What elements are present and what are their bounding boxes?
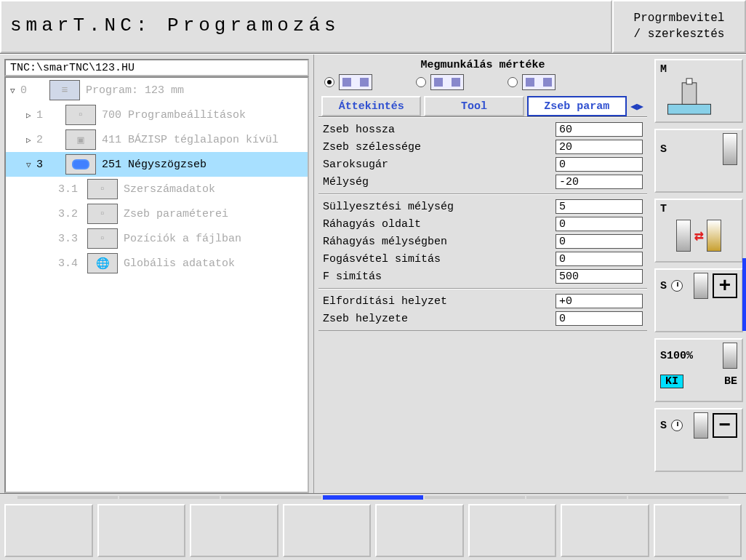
param-input[interactable]	[556, 234, 643, 249]
param-input[interactable]	[556, 311, 643, 326]
mode-line1: Progrmbevitel	[614, 10, 745, 26]
scroll-indicator	[742, 258, 746, 331]
ki-button[interactable]: KI	[660, 375, 683, 388]
svg-rect-1	[682, 83, 697, 104]
tab-pocket-param[interactable]: Zseb param	[527, 96, 627, 116]
toolchange-arrow-icon: ⇄	[694, 226, 703, 246]
param-input[interactable]	[556, 217, 643, 231]
extent-icon-1	[339, 74, 372, 90]
param-input[interactable]	[556, 157, 643, 172]
tree-index: 3.4	[58, 257, 87, 270]
bottom-softkey[interactable]	[283, 504, 372, 557]
param-label: Ráhagyás mélységben	[323, 236, 556, 248]
param-input[interactable]	[556, 294, 643, 308]
param-row: Zseb hossza	[323, 121, 643, 138]
tree-expander-icon[interactable]: ▷	[26, 135, 36, 145]
param-input[interactable]	[556, 199, 643, 214]
tree-item[interactable]: ▷1▫700 Programbeállítások	[6, 103, 308, 127]
page-segment[interactable]	[119, 496, 220, 499]
softkey-t-toolchange[interactable]: T ⇄	[654, 199, 743, 263]
param-label: Mélység	[323, 176, 556, 188]
param-label: Elfordítási helyzet	[323, 295, 556, 308]
softkey-s-minus-label: S	[660, 420, 667, 432]
tree-index: 3.1	[58, 183, 87, 196]
be-label: BE	[724, 375, 737, 388]
param-group: Elfordítási helyzetZseb helyzete	[318, 289, 647, 331]
param-label: Saroksugár	[323, 159, 556, 171]
page-segment[interactable]	[628, 496, 729, 499]
tab-overview[interactable]: Áttekintés	[321, 96, 421, 116]
tree-label: Zseb paraméterei	[124, 208, 228, 220]
prog-icon: ≡	[49, 80, 80, 100]
tool-icon: ▫	[87, 179, 118, 199]
param-input[interactable]	[556, 269, 643, 284]
extent-icon-2	[430, 74, 464, 90]
param-label: Ráhagyás oldalt	[323, 218, 556, 231]
softkey-s-plus[interactable]: S +	[654, 268, 743, 332]
dial-icon-2	[671, 420, 683, 431]
softkey-m-machine[interactable]: M	[654, 59, 743, 123]
param-row: Ráhagyás oldalt	[323, 215, 643, 233]
softkey-s100-label: S100%	[660, 350, 693, 362]
program-tree[interactable]: ▽0≡Program: 123 mm▷1▫700 Programbeállítá…	[4, 76, 309, 493]
bottom-softkey[interactable]	[468, 504, 557, 557]
bottom-softkey-row	[0, 501, 746, 560]
tree-label: 251 Négyszögzseb	[102, 159, 206, 171]
spindle-tool-icon-4	[694, 412, 708, 439]
tree-index: 3	[36, 159, 65, 171]
param-icon: ▫	[87, 204, 118, 224]
rect-icon	[65, 154, 96, 175]
page-segment[interactable]	[526, 496, 627, 499]
bottom-softkey[interactable]	[97, 504, 186, 557]
extent-option-3-radio[interactable]	[508, 77, 518, 87]
bottom-softkey[interactable]	[190, 504, 278, 557]
param-input[interactable]	[556, 175, 643, 189]
tree-item[interactable]: 3.4🌐Globális adatatok	[6, 251, 308, 276]
bottom-softkey[interactable]	[375, 504, 464, 557]
param-row: Süllyesztési mélység	[323, 198, 643, 215]
tree-item[interactable]: ▽3251 Négyszögzseb	[6, 152, 308, 177]
param-row: Mélység	[323, 173, 643, 191]
page-segment[interactable]	[323, 495, 423, 500]
tab-scroll-arrows[interactable]: ◀▶	[630, 100, 644, 113]
tree-expander-icon[interactable]: ▽	[26, 160, 36, 169]
page-segment[interactable]	[17, 496, 118, 499]
param-input[interactable]	[556, 122, 643, 137]
softkey-s-spindle[interactable]: S	[654, 129, 743, 193]
file-path: TNC:\smarTNC\123.HU	[4, 59, 309, 76]
tree-item[interactable]: 3.3▫Pozíciók a fájlban	[6, 226, 308, 251]
tree-expander-icon[interactable]: ▷	[26, 111, 36, 120]
tree-item[interactable]: ▷2▣411 BÁZISP téglalapon kívül	[6, 127, 308, 152]
softkey-s100[interactable]: S100% KI BE	[654, 338, 743, 402]
tree-item[interactable]: 3.2▫Zseb paraméterei	[6, 201, 308, 226]
tree-item[interactable]: 3.1▫Szerszámadatok	[6, 177, 308, 201]
page-segment[interactable]	[425, 496, 525, 499]
param-group: Zseb hosszaZseb szélességeSaroksugárMély…	[318, 117, 647, 194]
bottom-softkey[interactable]	[654, 504, 742, 557]
page-segment[interactable]	[221, 496, 321, 499]
tree-label: Szerszámadatok	[124, 183, 215, 196]
softkey-s-minus[interactable]: S −	[654, 408, 743, 472]
param-row: Zseb helyzete	[323, 310, 643, 327]
tree-index: 3.2	[58, 208, 87, 220]
softkey-t-label: T	[660, 203, 667, 215]
tab-tool[interactable]: Tool	[424, 96, 524, 116]
bottom-softkey[interactable]	[561, 504, 649, 557]
param-input[interactable]	[556, 140, 643, 154]
tree-label: Pozíciók a fájlban	[124, 233, 241, 245]
machining-extent-options	[318, 74, 647, 90]
extent-option-1-radio[interactable]	[324, 77, 334, 87]
param-row: Zseb szélessége	[323, 138, 643, 156]
extent-option-2-radio[interactable]	[416, 77, 426, 87]
softkey-s-label: S	[660, 143, 667, 156]
param-input[interactable]	[556, 252, 643, 266]
bottom-softkey[interactable]	[4, 504, 93, 557]
tool-right-icon	[707, 220, 721, 252]
param-row: F simítás	[323, 268, 643, 285]
tree-item[interactable]: ▽0≡Program: 123 mm	[6, 78, 308, 103]
tree-label: Program: 123 mm	[86, 84, 184, 97]
tree-expander-icon[interactable]: ▽	[10, 86, 20, 95]
extent-icon-3	[522, 74, 556, 90]
param-label: Zseb helyzete	[323, 313, 556, 325]
softkey-m-label: M	[660, 63, 667, 76]
